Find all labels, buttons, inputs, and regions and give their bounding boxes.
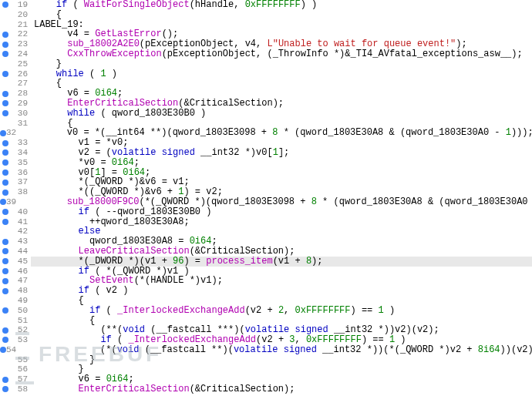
line-number: 51 bbox=[11, 316, 31, 326]
breakpoint-gutter[interactable] bbox=[0, 306, 11, 316]
breakpoint-icon bbox=[2, 219, 8, 225]
breakpoint-gutter[interactable] bbox=[0, 187, 11, 197]
breakpoint-gutter[interactable] bbox=[0, 247, 11, 257]
breakpoint-gutter[interactable] bbox=[0, 345, 6, 355]
breakpoint-gutter[interactable] bbox=[0, 0, 11, 10]
line-number: 36 bbox=[11, 168, 31, 178]
breakpoint-gutter[interactable] bbox=[0, 148, 11, 158]
code-content[interactable]: CxxThrowException(pExceptionObject, (_Th… bbox=[31, 49, 532, 59]
code-line[interactable]: 40 if ( --qword_1803E30B0 ) bbox=[0, 207, 532, 217]
code-content[interactable]: (*(void (__fastcall **)(volatile signed … bbox=[19, 345, 532, 355]
code-content[interactable]: if ( _InterlockedExchangeAdd(v2 + 2, 0xF… bbox=[31, 306, 532, 316]
breakpoint-gutter[interactable] bbox=[0, 276, 11, 286]
breakpoint-gutter[interactable] bbox=[0, 325, 11, 335]
line-number: 20 bbox=[11, 10, 31, 20]
line-number: 58 bbox=[11, 384, 31, 394]
breakpoint-icon bbox=[2, 258, 8, 264]
line-number: 43 bbox=[11, 237, 31, 247]
breakpoint-gutter[interactable] bbox=[0, 237, 11, 247]
line-number: 56 bbox=[11, 364, 31, 374]
breakpoint-gutter[interactable] bbox=[0, 296, 11, 306]
line-number: 50 bbox=[11, 306, 31, 316]
breakpoint-gutter[interactable] bbox=[0, 29, 11, 39]
code-content[interactable]: EnterCriticalSection(&CriticalSection); bbox=[31, 384, 532, 394]
breakpoint-gutter[interactable] bbox=[0, 217, 11, 227]
code-content[interactable]: if ( v2 ) bbox=[31, 286, 532, 296]
breakpoint-gutter[interactable] bbox=[0, 316, 11, 326]
breakpoint-icon bbox=[2, 32, 8, 38]
line-number: 23 bbox=[11, 39, 31, 49]
breakpoint-gutter[interactable] bbox=[0, 257, 11, 267]
line-number: 32 bbox=[6, 128, 19, 138]
breakpoint-gutter[interactable] bbox=[0, 207, 11, 217]
breakpoint-gutter[interactable] bbox=[0, 138, 11, 148]
breakpoint-gutter[interactable] bbox=[0, 59, 11, 69]
line-number: 52 bbox=[11, 325, 31, 335]
code-content[interactable]: } bbox=[31, 355, 532, 365]
breakpoint-gutter[interactable] bbox=[0, 20, 11, 30]
breakpoint-icon bbox=[2, 278, 8, 284]
line-number: 42 bbox=[11, 227, 31, 237]
line-number: 39 bbox=[6, 197, 19, 207]
breakpoint-gutter[interactable] bbox=[0, 119, 11, 129]
breakpoint-gutter[interactable] bbox=[0, 158, 11, 168]
breakpoint-gutter[interactable] bbox=[0, 49, 11, 59]
breakpoint-icon bbox=[2, 159, 8, 166]
breakpoint-icon bbox=[2, 288, 8, 294]
line-number: 49 bbox=[11, 296, 31, 306]
breakpoint-gutter[interactable] bbox=[0, 89, 11, 99]
breakpoint-icon bbox=[2, 180, 8, 186]
code-content[interactable]: while ( 1 ) bbox=[31, 69, 532, 79]
breakpoint-icon bbox=[2, 91, 8, 97]
breakpoint-icon bbox=[2, 2, 8, 8]
breakpoint-gutter[interactable] bbox=[0, 355, 11, 365]
breakpoint-gutter[interactable] bbox=[0, 99, 11, 109]
breakpoint-icon bbox=[2, 149, 8, 156]
code-content[interactable]: while ( qword_1803E30B0 ) bbox=[31, 109, 532, 119]
breakpoint-gutter[interactable] bbox=[0, 79, 11, 89]
line-number: 26 bbox=[11, 69, 31, 79]
breakpoint-icon bbox=[0, 199, 6, 205]
breakpoint-gutter[interactable] bbox=[0, 10, 11, 20]
breakpoint-gutter[interactable] bbox=[0, 364, 11, 374]
breakpoint-icon bbox=[2, 209, 8, 215]
breakpoint-icon bbox=[2, 169, 8, 176]
breakpoint-gutter[interactable] bbox=[0, 69, 11, 79]
breakpoint-gutter[interactable] bbox=[0, 177, 11, 187]
breakpoint-gutter[interactable] bbox=[0, 168, 11, 178]
code-line[interactable]: 54 (*(void (__fastcall **)(volatile sign… bbox=[0, 345, 532, 355]
breakpoint-gutter[interactable] bbox=[0, 384, 11, 394]
breakpoint-icon bbox=[2, 100, 8, 106]
breakpoint-icon bbox=[2, 337, 8, 343]
code-content[interactable]: if ( WaitForSingleObject(hHandle, 0xFFFF… bbox=[31, 0, 532, 10]
breakpoint-gutter[interactable] bbox=[0, 335, 11, 345]
breakpoint-gutter[interactable] bbox=[0, 109, 11, 119]
code-content[interactable]: { bbox=[31, 10, 532, 20]
line-number: 22 bbox=[11, 29, 31, 39]
code-line[interactable]: 58 EnterCriticalSection(&CriticalSection… bbox=[0, 384, 532, 394]
breakpoint-icon bbox=[2, 110, 8, 116]
line-number: 19 bbox=[11, 0, 31, 10]
code-content[interactable]: ++qword_1803E30A8; bbox=[31, 217, 532, 227]
breakpoint-icon bbox=[2, 268, 8, 274]
breakpoint-gutter[interactable] bbox=[0, 197, 6, 207]
code-line[interactable]: 19 if ( WaitForSingleObject(hHandle, 0xF… bbox=[0, 0, 532, 10]
code-line[interactable]: 50 if ( _InterlockedExchangeAdd(v2 + 2, … bbox=[0, 306, 532, 316]
breakpoint-icon bbox=[2, 327, 8, 334]
line-number: 45 bbox=[11, 257, 31, 267]
code-editor[interactable]: 19 if ( WaitForSingleObject(hHandle, 0xF… bbox=[0, 0, 532, 394]
line-number: 57 bbox=[11, 374, 31, 384]
line-number: 47 bbox=[11, 276, 31, 286]
breakpoint-gutter[interactable] bbox=[0, 128, 6, 138]
code-line[interactable]: 30 while ( qword_1803E30B0 ) bbox=[0, 109, 532, 119]
breakpoint-gutter[interactable] bbox=[0, 267, 11, 277]
breakpoint-gutter[interactable] bbox=[0, 39, 11, 49]
line-number: 29 bbox=[11, 99, 31, 109]
breakpoint-gutter[interactable] bbox=[0, 286, 11, 296]
code-line[interactable]: 26 while ( 1 ) bbox=[0, 69, 532, 79]
breakpoint-gutter[interactable] bbox=[0, 374, 11, 384]
code-line[interactable]: 24 CxxThrowException(pExceptionObject, (… bbox=[0, 49, 532, 59]
breakpoint-icon bbox=[0, 347, 6, 353]
breakpoint-gutter[interactable] bbox=[0, 227, 11, 237]
line-number: 46 bbox=[11, 267, 31, 277]
